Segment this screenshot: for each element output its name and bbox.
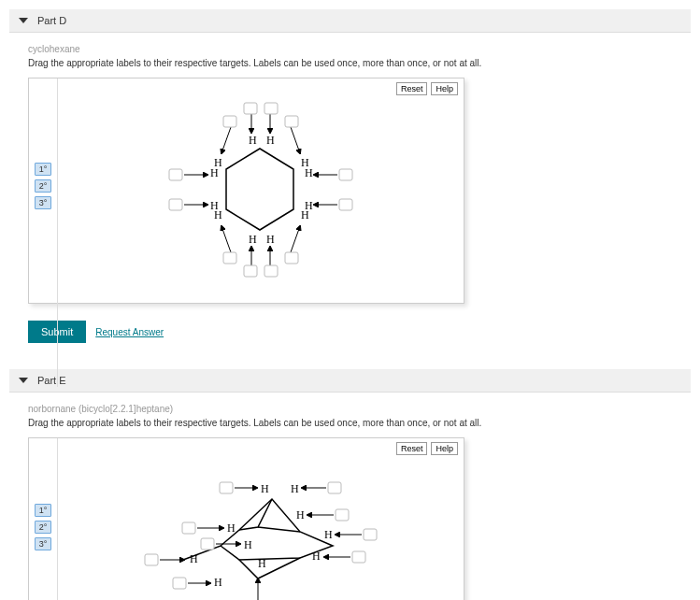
part-e-subtitle: norbornane (bicyclo[2.2.1]heptane) (28, 404, 691, 414)
label-2-secondary[interactable]: 2° (35, 521, 52, 534)
part-d-diagram[interactable]: H H H H H H H H H H (57, 79, 464, 303)
h-label: H (301, 208, 309, 221)
part-d-instruction: Drag the appropriate labels to their res… (28, 58, 691, 68)
drop-target[interactable] (339, 169, 352, 180)
h-label: H (296, 508, 305, 521)
h-label: H (324, 528, 333, 541)
svg-line-3 (291, 127, 300, 153)
h-label: H (214, 156, 222, 169)
drop-target[interactable] (364, 529, 377, 540)
h-label: H (227, 521, 236, 535)
collapse-triangle-icon (19, 378, 28, 383)
label-2-secondary[interactable]: 2° (35, 179, 52, 193)
svg-line-9 (221, 226, 231, 252)
label-3-tertiary[interactable]: 3° (35, 537, 52, 550)
part-e-canvas: Reset Help 1° 2° 3° H H H H (28, 437, 464, 600)
drop-target[interactable] (244, 265, 257, 277)
label-3-tertiary[interactable]: 3° (35, 196, 52, 209)
part-d-label-tray: 1° 2° 3° (29, 79, 58, 387)
request-answer-link[interactable]: Request Answer (95, 327, 164, 337)
drop-target[interactable] (285, 252, 298, 264)
h-label: H (261, 482, 269, 495)
h-label: H (249, 134, 257, 147)
drop-target[interactable] (223, 252, 236, 264)
part-e-label-tray: 1° 2° 3° (29, 438, 58, 600)
h-label: H (190, 552, 198, 565)
drop-target[interactable] (336, 509, 349, 521)
h-label: H (244, 538, 252, 551)
drop-target[interactable] (169, 199, 182, 210)
drop-target[interactable] (339, 199, 352, 210)
part-d-title: Part D (37, 15, 66, 26)
label-1-primary[interactable]: 1° (35, 163, 52, 176)
drop-target[interactable] (328, 482, 341, 493)
part-d-canvas: Reset Help 1° 2° 3° H H H (28, 78, 464, 304)
svg-line-6 (291, 226, 300, 252)
label-1-primary[interactable]: 1° (35, 504, 52, 517)
drop-target[interactable] (264, 103, 278, 114)
collapse-triangle-icon (19, 18, 28, 23)
drop-target[interactable] (244, 103, 257, 114)
part-e-header[interactable]: Part E (9, 369, 691, 393)
part-e-instruction: Drag the appropriate labels to their res… (28, 418, 691, 428)
drop-target[interactable] (173, 578, 186, 589)
part-e-content: norbornane (bicyclo[2.2.1]heptane) Drag … (9, 404, 691, 600)
drop-target[interactable] (285, 116, 298, 127)
h-label: H (305, 166, 313, 179)
h-label: H (266, 233, 275, 246)
drop-target[interactable] (352, 551, 365, 563)
h-label: H (291, 482, 299, 495)
svg-line-12 (221, 127, 231, 153)
svg-marker-0 (226, 149, 293, 230)
h-label: H (258, 557, 266, 570)
part-d-header[interactable]: Part D (9, 9, 691, 33)
h-label: H (210, 199, 219, 212)
drop-target[interactable] (169, 169, 182, 180)
part-e-diagram[interactable]: H H H H H H H H H H (57, 438, 464, 600)
drop-target[interactable] (264, 265, 278, 277)
drop-target[interactable] (220, 482, 233, 493)
h-label: H (249, 233, 257, 246)
drop-target[interactable] (182, 522, 195, 534)
drop-target[interactable] (223, 116, 236, 127)
h-label: H (312, 550, 321, 563)
h-label: H (214, 576, 222, 589)
drop-target[interactable] (145, 554, 158, 565)
h-label: H (266, 134, 275, 147)
part-d-subtitle: cyclohexane (28, 44, 691, 54)
part-d-submit-row: Submit Request Answer (28, 321, 691, 343)
drop-target[interactable] (201, 538, 214, 550)
part-d-content: cyclohexane Drag the appropriate labels … (9, 44, 691, 343)
